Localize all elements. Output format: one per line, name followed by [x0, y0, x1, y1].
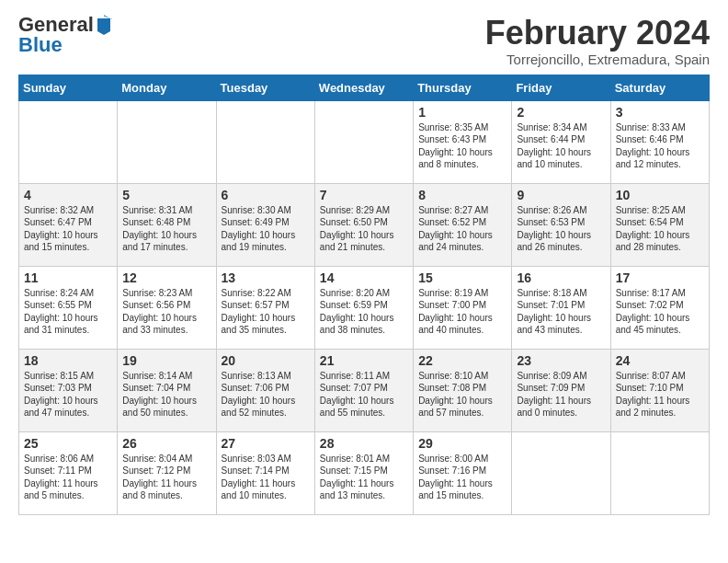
day-info: Sunrise: 8:26 AM Sunset: 6:53 PM Dayligh…: [517, 204, 605, 254]
calendar-cell: 17Sunrise: 8:17 AM Sunset: 7:02 PM Dayli…: [610, 266, 709, 349]
day-number: 1: [418, 105, 506, 120]
col-header-tuesday: Tuesday: [216, 75, 314, 100]
day-info: Sunrise: 8:04 AM Sunset: 7:12 PM Dayligh…: [122, 453, 210, 502]
calendar-cell: [19, 100, 118, 183]
calendar-cell: 1Sunrise: 8:35 AM Sunset: 6:43 PM Daylig…: [414, 100, 512, 183]
day-info: Sunrise: 8:30 AM Sunset: 6:49 PM Dayligh…: [222, 204, 310, 254]
day-number: 18: [24, 353, 112, 368]
col-header-saturday: Saturday: [610, 75, 709, 100]
day-info: Sunrise: 8:00 AM Sunset: 7:16 PM Dayligh…: [418, 453, 506, 502]
day-number: 22: [418, 353, 506, 368]
calendar-subtitle: Torrejoncillo, Extremadura, Spain: [485, 52, 710, 67]
page-header: General Blue February 2024 Torrejoncillo…: [18, 15, 710, 67]
day-info: Sunrise: 8:18 AM Sunset: 7:01 PM Dayligh…: [517, 287, 605, 337]
day-number: 9: [517, 188, 605, 202]
day-number: 2: [517, 105, 605, 120]
col-header-friday: Friday: [512, 75, 610, 100]
day-number: 8: [418, 188, 506, 202]
day-info: Sunrise: 8:15 AM Sunset: 7:03 PM Dayligh…: [24, 370, 112, 419]
day-number: 4: [24, 188, 112, 202]
calendar-cell: 7Sunrise: 8:29 AM Sunset: 6:50 PM Daylig…: [314, 183, 413, 266]
calendar-cell: 14Sunrise: 8:20 AM Sunset: 6:59 PM Dayli…: [314, 266, 413, 349]
day-info: Sunrise: 8:35 AM Sunset: 6:43 PM Dayligh…: [418, 121, 506, 171]
col-header-monday: Monday: [118, 75, 216, 100]
calendar-cell: 3Sunrise: 8:33 AM Sunset: 6:46 PM Daylig…: [610, 100, 709, 183]
calendar-cell: [314, 100, 413, 183]
calendar-cell: 21Sunrise: 8:11 AM Sunset: 7:07 PM Dayli…: [314, 349, 413, 431]
calendar-cell: 27Sunrise: 8:03 AM Sunset: 7:14 PM Dayli…: [216, 431, 314, 514]
calendar-cell: 6Sunrise: 8:30 AM Sunset: 6:49 PM Daylig…: [216, 183, 314, 266]
day-info: Sunrise: 8:33 AM Sunset: 6:46 PM Dayligh…: [616, 121, 704, 171]
day-info: Sunrise: 8:34 AM Sunset: 6:44 PM Dayligh…: [517, 121, 605, 171]
day-number: 23: [517, 353, 605, 368]
calendar-cell: [216, 100, 314, 183]
logo-icon: [96, 15, 112, 35]
calendar-cell: 25Sunrise: 8:06 AM Sunset: 7:11 PM Dayli…: [19, 431, 118, 514]
day-number: 5: [122, 188, 210, 202]
calendar-cell: 29Sunrise: 8:00 AM Sunset: 7:16 PM Dayli…: [414, 431, 512, 514]
day-number: 20: [222, 353, 310, 368]
day-info: Sunrise: 8:01 AM Sunset: 7:15 PM Dayligh…: [320, 453, 408, 502]
day-info: Sunrise: 8:17 AM Sunset: 7:02 PM Dayligh…: [616, 287, 704, 337]
day-info: Sunrise: 8:13 AM Sunset: 7:06 PM Dayligh…: [222, 370, 310, 419]
day-number: 13: [222, 270, 310, 285]
day-number: 25: [24, 436, 112, 451]
calendar-cell: 2Sunrise: 8:34 AM Sunset: 6:44 PM Daylig…: [512, 100, 610, 183]
day-number: 7: [320, 188, 408, 202]
day-info: Sunrise: 8:09 AM Sunset: 7:09 PM Dayligh…: [517, 370, 605, 419]
day-info: Sunrise: 8:31 AM Sunset: 6:48 PM Dayligh…: [122, 204, 210, 254]
day-number: 19: [122, 353, 210, 368]
day-number: 24: [616, 353, 704, 368]
day-number: 6: [222, 188, 310, 202]
col-header-sunday: Sunday: [19, 75, 118, 100]
day-info: Sunrise: 8:19 AM Sunset: 7:00 PM Dayligh…: [418, 287, 506, 337]
svg-marker-0: [97, 18, 110, 35]
calendar-cell: 20Sunrise: 8:13 AM Sunset: 7:06 PM Dayli…: [216, 349, 314, 431]
calendar-cell: 8Sunrise: 8:27 AM Sunset: 6:52 PM Daylig…: [414, 183, 512, 266]
day-info: Sunrise: 8:24 AM Sunset: 6:55 PM Dayligh…: [24, 287, 112, 337]
day-number: 11: [24, 270, 112, 285]
calendar-cell: 11Sunrise: 8:24 AM Sunset: 6:55 PM Dayli…: [19, 266, 118, 349]
calendar-cell: 24Sunrise: 8:07 AM Sunset: 7:10 PM Dayli…: [610, 349, 709, 431]
calendar-cell: 16Sunrise: 8:18 AM Sunset: 7:01 PM Dayli…: [512, 266, 610, 349]
calendar-title: February 2024: [485, 15, 710, 52]
calendar-cell: 15Sunrise: 8:19 AM Sunset: 7:00 PM Dayli…: [414, 266, 512, 349]
calendar-cell: 18Sunrise: 8:15 AM Sunset: 7:03 PM Dayli…: [19, 349, 118, 431]
day-number: 16: [517, 270, 605, 285]
calendar-cell: 22Sunrise: 8:10 AM Sunset: 7:08 PM Dayli…: [414, 349, 512, 431]
col-header-thursday: Thursday: [414, 75, 512, 100]
day-number: 14: [320, 270, 408, 285]
day-number: 29: [418, 436, 506, 451]
logo-general: General: [18, 15, 94, 35]
day-info: Sunrise: 8:22 AM Sunset: 6:57 PM Dayligh…: [222, 287, 310, 337]
day-info: Sunrise: 8:27 AM Sunset: 6:52 PM Dayligh…: [418, 204, 506, 254]
calendar-cell: [610, 431, 709, 514]
col-header-wednesday: Wednesday: [314, 75, 413, 100]
day-number: 26: [122, 436, 210, 451]
calendar-cell: 19Sunrise: 8:14 AM Sunset: 7:04 PM Dayli…: [118, 349, 216, 431]
calendar-cell: 10Sunrise: 8:25 AM Sunset: 6:54 PM Dayli…: [610, 183, 709, 266]
day-number: 10: [616, 188, 704, 202]
day-info: Sunrise: 8:23 AM Sunset: 6:56 PM Dayligh…: [122, 287, 210, 337]
day-info: Sunrise: 8:25 AM Sunset: 6:54 PM Dayligh…: [616, 204, 704, 254]
day-number: 28: [320, 436, 408, 451]
calendar-cell: 23Sunrise: 8:09 AM Sunset: 7:09 PM Dayli…: [512, 349, 610, 431]
calendar-cell: 13Sunrise: 8:22 AM Sunset: 6:57 PM Dayli…: [216, 266, 314, 349]
calendar-cell: 9Sunrise: 8:26 AM Sunset: 6:53 PM Daylig…: [512, 183, 610, 266]
calendar-cell: 5Sunrise: 8:31 AM Sunset: 6:48 PM Daylig…: [118, 183, 216, 266]
day-info: Sunrise: 8:07 AM Sunset: 7:10 PM Dayligh…: [616, 370, 704, 419]
day-info: Sunrise: 8:20 AM Sunset: 6:59 PM Dayligh…: [320, 287, 408, 337]
calendar-cell: 26Sunrise: 8:04 AM Sunset: 7:12 PM Dayli…: [118, 431, 216, 514]
day-info: Sunrise: 8:03 AM Sunset: 7:14 PM Dayligh…: [222, 453, 310, 502]
day-number: 27: [222, 436, 310, 451]
day-info: Sunrise: 8:06 AM Sunset: 7:11 PM Dayligh…: [24, 453, 112, 502]
day-info: Sunrise: 8:32 AM Sunset: 6:47 PM Dayligh…: [24, 204, 112, 254]
calendar-table: SundayMondayTuesdayWednesdayThursdayFrid…: [18, 75, 710, 515]
calendar-cell: [512, 431, 610, 514]
day-number: 15: [418, 270, 506, 285]
logo: General Blue: [18, 15, 112, 55]
calendar-cell: 4Sunrise: 8:32 AM Sunset: 6:47 PM Daylig…: [19, 183, 118, 266]
day-number: 12: [122, 270, 210, 285]
day-info: Sunrise: 8:10 AM Sunset: 7:08 PM Dayligh…: [418, 370, 506, 419]
day-number: 17: [616, 270, 704, 285]
